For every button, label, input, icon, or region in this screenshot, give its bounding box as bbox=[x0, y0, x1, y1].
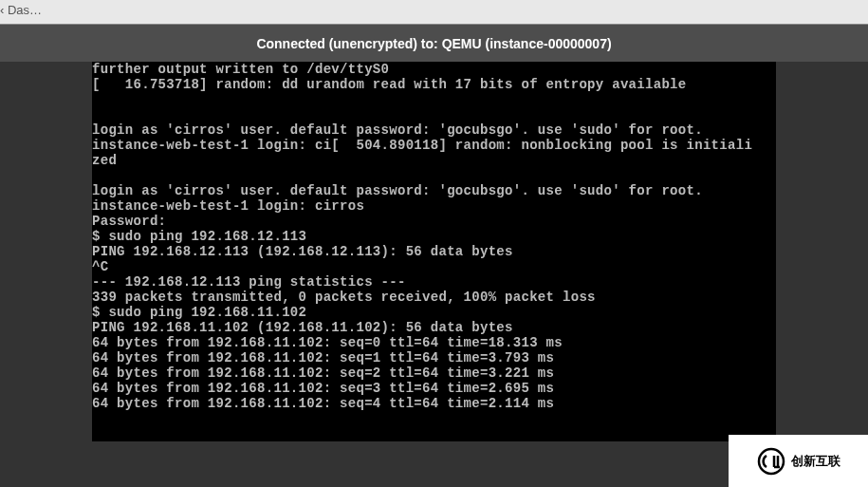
watermark-text: 创新互联 bbox=[791, 453, 840, 470]
connection-status-bar: Connected (unencrypted) to: QEMU (instan… bbox=[0, 24, 868, 62]
tab-bar: ‹ Das… bbox=[0, 0, 868, 24]
tab-label[interactable]: ‹ Das… bbox=[0, 3, 42, 17]
vnc-console[interactable]: further output written to /dev/ttyS0 [ 1… bbox=[92, 62, 776, 441]
connection-status-text: Connected (unencrypted) to: QEMU (instan… bbox=[256, 36, 611, 51]
watermark: 创新互联 bbox=[729, 435, 868, 487]
watermark-logo-icon bbox=[757, 447, 785, 476]
console-wrapper: further output written to /dev/ttyS0 [ 1… bbox=[0, 62, 868, 487]
